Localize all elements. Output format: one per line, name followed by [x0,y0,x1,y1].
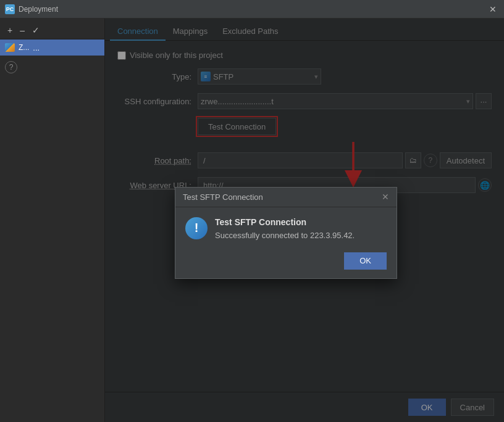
dialog-text-block: Test SFTP Connection Successfully connec… [215,217,387,240]
dialog-heading: Test SFTP Connection [215,217,387,227]
dialog-title-bar: Test SFTP Connection ✕ [175,188,397,207]
help-button[interactable]: ? [5,61,17,73]
sidebar-item-label: Z... [19,43,29,52]
dialog-overlay: Test SFTP Connection ✕ ! Test SFTP Conne… [105,19,504,422]
window-close-button[interactable]: ✕ [487,4,499,14]
sidebar: + – ✓ Z... ... ? [0,19,105,422]
dialog-info-icon: ! [185,217,208,239]
app-icon: PC [5,4,15,14]
dialog-close-button[interactable]: ✕ [382,192,389,201]
remove-button[interactable]: – [17,25,27,36]
dialog-ok-button[interactable]: OK [344,252,387,270]
check-button[interactable]: ✓ [30,25,42,36]
main-layout: + – ✓ Z... ... ? Connection Mappings Exc… [0,19,504,422]
sidebar-toolbar: + – ✓ [0,21,104,39]
sidebar-item-suffix: ... [33,43,40,52]
add-button[interactable]: + [5,25,15,36]
dialog-body: ! Test SFTP Connection Successfully conn… [175,207,397,247]
test-sftp-dialog: Test SFTP Connection ✕ ! Test SFTP Conne… [175,187,397,279]
dialog-message: Successfully connected to 223.3.95.42. [215,231,387,240]
content-container: Connection Mappings Excluded Paths Visib… [105,19,504,422]
deployment-icon [5,43,15,52]
dialog-title: Test SFTP Connection [183,192,263,202]
sidebar-footer: ? [0,56,104,78]
title-bar: PC Deployment ✕ [0,0,504,19]
sidebar-item-deployment[interactable]: Z... ... [0,39,104,56]
dialog-footer: OK [175,247,397,278]
sidebar-list: Z... ... [0,39,104,56]
window-title: Deployment [19,5,487,14]
